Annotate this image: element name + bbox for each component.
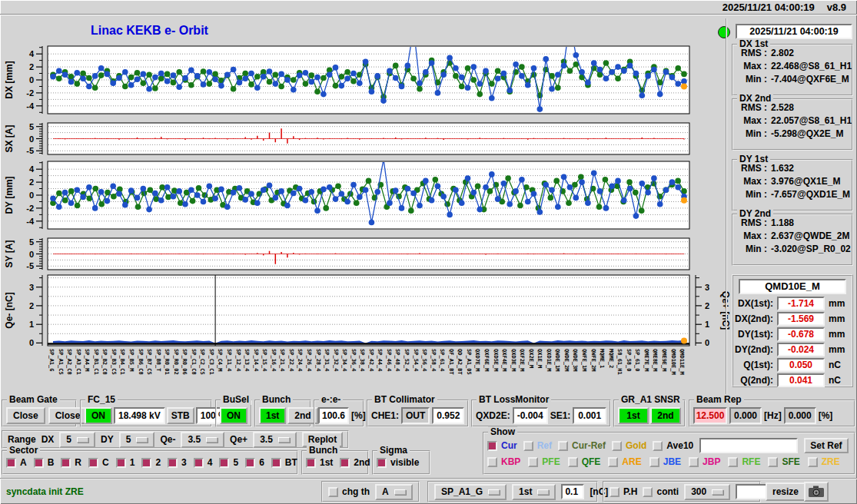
gr-a1-1st-button[interactable]: 1st: [618, 407, 649, 424]
sector-checkbox-5[interactable]: 5: [219, 457, 238, 468]
range-qem-dropdown[interactable]: 3.5: [181, 432, 224, 448]
beam-rep-hz-unit: [Hz]: [764, 410, 782, 421]
group-label: Sector: [7, 445, 40, 456]
group-label: DY 2nd: [737, 208, 773, 219]
svg-text:2: 2: [29, 177, 34, 187]
titlebar-version: v8.9: [827, 2, 846, 13]
x-axis-label: QME7E_M: [643, 349, 649, 372]
svg-text:0: 0: [29, 75, 34, 85]
status-bar: syncdata init ZRE chg th A SP_A1_G 1st […: [0, 478, 857, 504]
chg-th-frame: chg th A: [321, 481, 420, 502]
checkbox-indicator: [306, 458, 316, 468]
checkbox-indicator: [612, 441, 622, 451]
x-axis-label: QMD10E_M: [670, 349, 676, 375]
stat-value: 2.528: [771, 102, 794, 113]
checkbox-label: visible: [390, 457, 419, 468]
checkbox-indicator: [328, 487, 338, 497]
show-checkbox-pfe[interactable]: PFE: [528, 456, 560, 467]
sector-checkbox-a[interactable]: A: [6, 457, 27, 468]
screenshot-button[interactable]: [804, 482, 829, 502]
checkbox-label: 2: [155, 457, 161, 468]
checkbox-label: C: [102, 457, 109, 468]
show-checkbox-gold[interactable]: Gold: [612, 440, 646, 451]
show-checkbox-kbp[interactable]: KBP: [487, 456, 520, 467]
x-axis-label: MQME_2: [608, 349, 614, 368]
status-message: syncdata init ZRE: [6, 486, 84, 497]
th-sector-dropdown[interactable]: A: [375, 484, 413, 500]
show-checkbox-ref[interactable]: Ref: [523, 440, 552, 451]
sp-dropdown[interactable]: SP_A1_G: [434, 484, 507, 500]
sector-checkbox-bt[interactable]: BT: [271, 457, 297, 468]
checkbox-label: QFE: [582, 456, 601, 467]
x-axis-label: QX2E_M: [528, 349, 534, 368]
x-axis-label: SP_A3_C1: [75, 349, 81, 375]
show-checkbox-jbe[interactable]: JBE: [649, 456, 681, 467]
panel-datetime: 2025/11/21 04:00:19: [736, 24, 852, 39]
gr-a1-2nd-button[interactable]: 2nd: [650, 407, 681, 424]
show-checkbox-rfe[interactable]: RFE: [728, 456, 760, 467]
ph-checkbox[interactable]: P.H: [610, 486, 637, 497]
resize-button[interactable]: resize: [766, 482, 806, 501]
sector-checkbox-r[interactable]: R: [61, 457, 81, 468]
show-checkbox-are[interactable]: ARE: [608, 456, 641, 467]
checkbox-label: 1: [130, 457, 135, 468]
x-axis-label: SP_31_4: [324, 349, 330, 372]
x-axis-label: SP_B3_C5: [111, 349, 117, 375]
threshold-input[interactable]: [561, 484, 584, 499]
conti-checkbox[interactable]: conti: [643, 486, 679, 497]
fc15-kv-value: 18.498 kV: [114, 407, 165, 424]
stats-dy-1st: DY 1st RMS :1.632 Max :3.976@QX1E_M Min …: [732, 159, 853, 211]
monitor-value: -0.678: [777, 327, 825, 341]
busel-on-button[interactable]: ON: [220, 407, 247, 424]
sector-checkbox-c[interactable]: C: [88, 457, 109, 468]
x-axis-label: QWDE_3M: [572, 349, 578, 372]
ref-name-input[interactable]: [699, 438, 798, 453]
beam-gate-close-1-button[interactable]: Close: [6, 407, 45, 424]
range-dy-dropdown[interactable]: 5: [119, 432, 155, 448]
set-ref-button[interactable]: Set Ref: [804, 438, 848, 453]
sector-checkbox-3[interactable]: 3: [168, 457, 187, 468]
sector-checkbox-1[interactable]: 1: [116, 457, 135, 468]
fc15-stb-button[interactable]: STB: [167, 407, 194, 424]
range-dx-dropdown[interactable]: 5: [59, 432, 95, 448]
range-dx-value: 5: [66, 434, 71, 445]
group-label: Sigma: [377, 445, 410, 456]
show-checkbox-jbp[interactable]: JBP: [689, 456, 720, 467]
checkbox-indicator: [377, 458, 387, 468]
svg-text:-5: -5: [26, 146, 34, 155]
sector-checkbox-2[interactable]: 2: [141, 457, 161, 468]
svg-text:4: 4: [29, 164, 35, 174]
show-checkbox-qfe[interactable]: QFE: [568, 456, 601, 467]
range-qem-label: Qe-: [160, 434, 175, 445]
chg-th-checkbox[interactable]: chg th: [328, 486, 370, 497]
stat-value: 2.637@QWDE_2M: [771, 230, 849, 241]
range-qep-dropdown[interactable]: 3.5: [253, 432, 297, 448]
stat-row: Max :22.057@S8_61_H1: [736, 115, 849, 126]
show-checkbox-cur[interactable]: Cur: [487, 440, 517, 451]
show-checkbox-cur-ref[interactable]: Cur-Ref: [558, 440, 606, 451]
sector-checkbox-4[interactable]: 4: [194, 457, 213, 468]
x-axis-label: SP_56_4: [421, 349, 427, 372]
show-checkbox-zre[interactable]: ZRE: [808, 456, 840, 467]
sp-bunch-dropdown[interactable]: 1st: [512, 484, 556, 500]
x-axis-label: SP_58_4: [430, 349, 437, 372]
bunch-checkbox-2nd[interactable]: 2nd: [340, 457, 370, 468]
bunch-1st-button[interactable]: 1st: [259, 407, 286, 424]
count-dropdown[interactable]: 300: [684, 484, 730, 500]
show-checkbox-sfe[interactable]: SFE: [768, 456, 799, 467]
checkbox-indicator: [568, 457, 578, 467]
sector-checkbox-b[interactable]: B: [34, 457, 55, 468]
fc15-on-button[interactable]: ON: [85, 407, 112, 424]
dropdown-indicator: [488, 489, 500, 495]
bunch-checkbox-1st[interactable]: 1st: [306, 457, 333, 468]
checkbox-indicator: [768, 457, 778, 467]
beam-rep-pct-value: 0.000: [784, 407, 816, 424]
x-axis-label: QXD1E_M: [546, 349, 552, 372]
sector-checkbox-6[interactable]: 6: [245, 457, 264, 468]
x-axis-label: SP_21_4: [279, 349, 285, 372]
svg-text:3: 3: [705, 283, 709, 292]
x-axis-label: SP_B2_C8: [101, 349, 108, 375]
sigma-visible-checkbox[interactable]: visible: [377, 457, 419, 468]
monitor-title: QMD10E_M: [739, 279, 846, 294]
show-checkbox-ave10[interactable]: Ave10: [653, 440, 693, 451]
